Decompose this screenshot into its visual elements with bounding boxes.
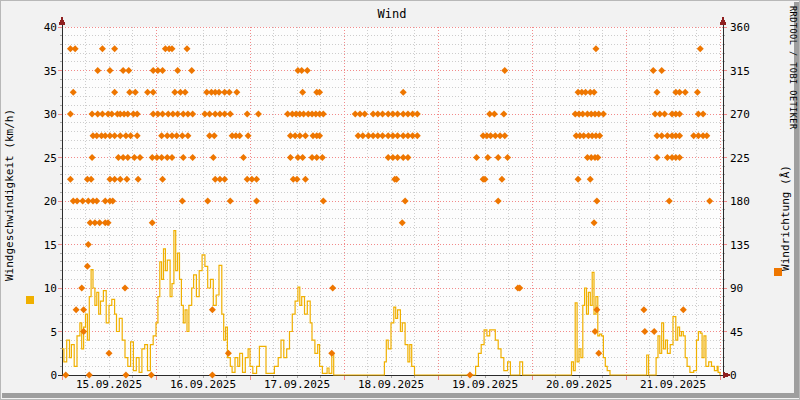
y-left-tick-label: 35	[44, 65, 57, 78]
direction-legend-swatch	[774, 268, 782, 276]
y-right-axis-label: Windrichtung (Å)	[779, 165, 792, 271]
y-left-axis-label: Windgeschwindigkeit (km/h)	[3, 109, 16, 281]
y-right-tick-label: 180	[730, 195, 750, 208]
x-axis-date-label: 17.09.2025	[264, 378, 330, 391]
y-left-tick-label: 25	[44, 152, 57, 165]
x-axis-date-label: 21.09.2025	[640, 378, 706, 391]
y-right-tick-label: 0	[730, 369, 737, 382]
wind-chart-window: 0054510901513520180252253027035315403601…	[0, 0, 800, 400]
speed-legend-swatch	[26, 296, 34, 304]
x-axis-date-label: 20.09.2025	[546, 378, 612, 391]
y-left-tick-label: 20	[44, 195, 57, 208]
y-left-tick-label: 0	[50, 369, 57, 382]
y-right-tick-label: 315	[730, 65, 750, 78]
y-left-tick-label: 10	[44, 282, 57, 295]
x-axis-date-label: 19.09.2025	[452, 378, 518, 391]
y-left-tick-label: 15	[44, 239, 57, 252]
y-right-tick-label: 360	[730, 21, 750, 34]
rrdtool-watermark: RRDTOOL / TOBI OETIKER	[788, 6, 798, 130]
y-right-tick-label: 270	[730, 108, 750, 121]
y-left-tick-label: 30	[44, 108, 57, 121]
x-axis-date-label: 15.09.2025	[76, 378, 142, 391]
x-axis-date-label: 18.09.2025	[358, 378, 424, 391]
bevel-bottom	[2, 393, 798, 398]
y-left-tick-label: 5	[50, 326, 57, 339]
x-axis-date-label: 16.09.2025	[170, 378, 236, 391]
wind-chart: 0054510901513520180252253027035315403601…	[0, 0, 800, 400]
chart-title: Wind	[378, 7, 407, 21]
y-right-tick-label: 135	[730, 239, 750, 252]
y-right-tick-label: 90	[730, 282, 743, 295]
y-right-tick-label: 225	[730, 152, 750, 165]
y-right-tick-label: 45	[730, 326, 743, 339]
y-left-tick-label: 40	[44, 21, 57, 34]
